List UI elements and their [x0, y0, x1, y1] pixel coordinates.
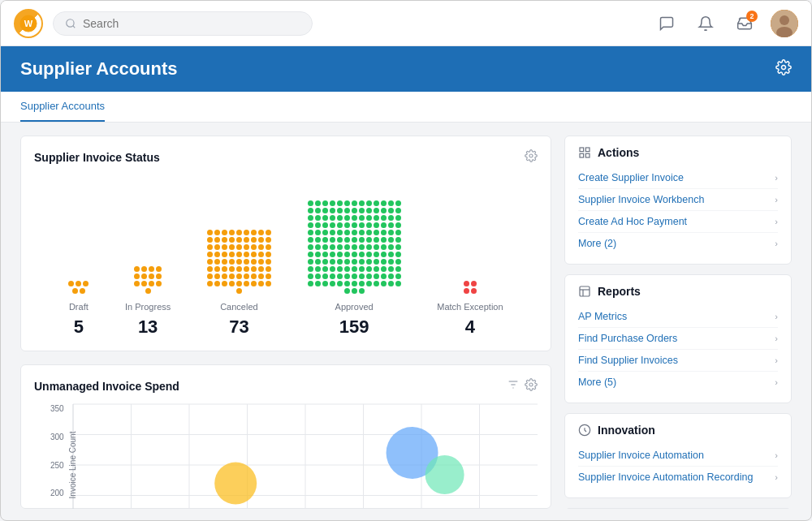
search-bar[interactable]	[53, 11, 313, 36]
chevron-icon: ›	[775, 173, 778, 183]
innovation-section: Innovation Supplier Invoice Automation ›…	[564, 413, 792, 498]
report-item-more[interactable]: More (5) ›	[578, 372, 778, 393]
report-item-find-supplier-invoices[interactable]: Find Supplier Invoices ›	[578, 350, 778, 372]
y-axis-label: Invoice Line Count	[68, 432, 77, 499]
y-ticks: 350 300 250 200 150	[50, 404, 64, 509]
actions-icon	[578, 146, 591, 159]
status-chart: Draft5In Progress13Canceled73Approved159…	[34, 175, 538, 338]
svg-text:W: W	[24, 18, 33, 28]
chevron-icon: ›	[775, 355, 778, 365]
status-value-draft: 5	[74, 316, 84, 338]
invoice-status-settings-button[interactable]	[525, 149, 538, 166]
chart-settings-icon-button[interactable]	[525, 378, 538, 394]
chevron-icon: ›	[775, 377, 778, 387]
svg-point-6	[782, 66, 786, 70]
reports-icon	[578, 285, 591, 298]
bubble-3	[425, 455, 464, 494]
invoice-status-title: Supplier Invoice Status	[34, 151, 160, 164]
status-col-approved[interactable]: Approved159	[308, 200, 401, 338]
report-item-find-purchase-orders[interactable]: Find Purchase Orders ›	[578, 328, 778, 350]
main-content: Supplier Invoice Status Draft5In Progres…	[1, 123, 811, 521]
top-suppliers-section: Top Suppliers by Spend	[564, 508, 792, 509]
chevron-icon: ›	[775, 472, 778, 482]
svg-rect-28	[585, 153, 590, 157]
actions-section: Actions Create Supplier Invoice › Suppli…	[564, 136, 792, 265]
svg-rect-27	[585, 148, 590, 152]
nav-icons: 2	[654, 10, 798, 37]
app-logo: W	[14, 9, 43, 38]
chart-controls	[507, 378, 538, 394]
avatar-image	[771, 10, 798, 37]
unmanaged-spend-card: Unmanaged Invoice Spend Inv	[20, 364, 551, 509]
chat-icon-button[interactable]	[654, 11, 680, 37]
action-item-workbench[interactable]: Supplier Invoice Workbench ›	[578, 189, 778, 211]
page-title: Supplier Accounts	[20, 58, 178, 80]
notification-badge: 2	[746, 11, 758, 22]
right-sidebar: Actions Create Supplier Invoice › Suppli…	[564, 136, 792, 509]
gear-icon	[525, 149, 538, 162]
innovation-icon	[578, 424, 591, 437]
gear-icon	[775, 59, 792, 75]
bell-icon	[698, 15, 714, 32]
chevron-icon: ›	[775, 334, 778, 343]
gear-icon	[525, 378, 538, 391]
status-label-canceled: Canceled	[220, 302, 257, 312]
unmanaged-spend-header: Unmanaged Invoice Spend	[34, 378, 538, 394]
chart-filter-icon-button[interactable]	[507, 378, 520, 394]
avatar[interactable]	[771, 10, 798, 37]
bubble-1	[214, 463, 257, 505]
svg-point-4	[780, 15, 789, 25]
reports-header: Reports	[578, 285, 778, 298]
chat-icon	[659, 15, 675, 32]
tab-bar: Supplier Accounts	[1, 92, 811, 123]
actions-header: Actions	[578, 146, 778, 159]
actions-title: Actions	[598, 146, 639, 159]
status-col-in_progress[interactable]: In Progress13	[125, 266, 171, 338]
reports-title: Reports	[598, 285, 641, 298]
search-icon	[65, 18, 76, 29]
filter-icon	[507, 378, 520, 391]
bell-icon-button[interactable]	[693, 11, 719, 37]
status-value-match_exception: 4	[465, 316, 475, 338]
action-item-more[interactable]: More (2) ›	[578, 233, 778, 254]
reports-section: Reports AP Metrics › Find Purchase Order…	[564, 274, 792, 403]
svg-point-2	[67, 19, 74, 26]
status-label-approved: Approved	[335, 302, 374, 312]
innovation-item-automation[interactable]: Supplier Invoice Automation ›	[578, 445, 778, 467]
action-item-adhoc-payment[interactable]: Create Ad Hoc Payment ›	[578, 211, 778, 233]
status-col-match_exception[interactable]: Match Exception4	[437, 281, 503, 338]
scatter-chart: Invoice Line Count 350 300 250 200 150	[73, 404, 538, 509]
status-col-draft[interactable]: Draft5	[68, 281, 89, 338]
status-label-in_progress: In Progress	[125, 302, 171, 312]
inbox-icon-button[interactable]: 2	[732, 11, 758, 37]
svg-point-11	[529, 383, 533, 386]
invoice-status-header: Supplier Invoice Status	[34, 149, 538, 166]
status-value-canceled: 73	[229, 316, 248, 338]
status-value-in_progress: 13	[138, 316, 158, 338]
svg-rect-29	[580, 153, 584, 157]
status-value-approved: 159	[339, 316, 369, 338]
status-label-match_exception: Match Exception	[437, 302, 503, 312]
innovation-header: Innovation	[578, 424, 778, 437]
scatter-svg	[73, 404, 538, 509]
status-col-canceled[interactable]: Canceled73	[207, 230, 271, 338]
invoice-status-card: Supplier Invoice Status Draft5In Progres…	[20, 136, 551, 351]
page-settings-button[interactable]	[775, 59, 792, 79]
innovation-title: Innovation	[598, 424, 655, 437]
status-label-draft: Draft	[69, 302, 89, 312]
svg-point-7	[529, 154, 533, 157]
unmanaged-spend-title: Unmanaged Invoice Spend	[34, 380, 179, 393]
chevron-icon: ›	[775, 217, 778, 226]
chevron-icon: ›	[775, 312, 778, 321]
chevron-icon: ›	[775, 450, 778, 460]
svg-rect-30	[580, 286, 590, 296]
innovation-item-recording[interactable]: Supplier Invoice Automation Recording ›	[578, 467, 778, 488]
top-navigation: W 2	[1, 1, 811, 46]
report-item-ap-metrics[interactable]: AP Metrics ›	[578, 306, 778, 328]
chevron-icon: ›	[775, 195, 778, 205]
page-header: Supplier Accounts	[1, 46, 811, 92]
tab-supplier-accounts[interactable]: Supplier Accounts	[20, 92, 105, 122]
left-column: Supplier Invoice Status Draft5In Progres…	[20, 136, 551, 509]
search-input[interactable]	[83, 17, 300, 30]
action-item-create-supplier-invoice[interactable]: Create Supplier Invoice ›	[578, 167, 778, 189]
